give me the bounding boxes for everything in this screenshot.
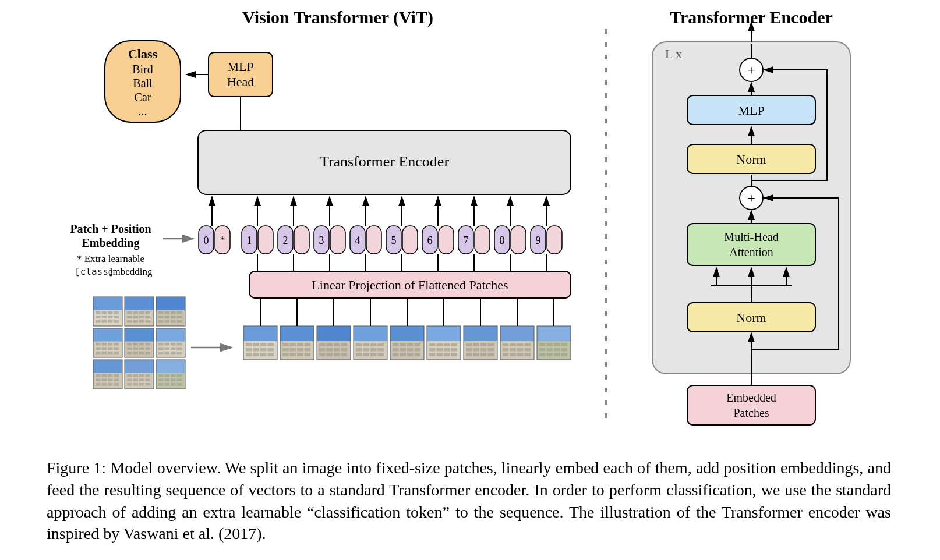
svg-text:MLP: MLP bbox=[738, 103, 764, 118]
svg-rect-75 bbox=[139, 316, 144, 319]
image-patches-row bbox=[243, 298, 571, 360]
svg-rect-130 bbox=[165, 343, 170, 346]
svg-rect-302 bbox=[510, 343, 517, 346]
svg-rect-107 bbox=[96, 352, 101, 355]
svg-rect-191 bbox=[260, 343, 267, 346]
svg-rect-257 bbox=[393, 348, 399, 352]
svg-rect-198 bbox=[253, 353, 260, 356]
svg-rect-243 bbox=[370, 348, 377, 352]
svg-rect-193 bbox=[246, 348, 252, 352]
svg-rect-93 bbox=[165, 320, 170, 323]
svg-rect-241 bbox=[356, 348, 362, 352]
svg-rect-182 bbox=[158, 383, 164, 386]
svg-rect-325 bbox=[539, 353, 546, 356]
svg-rect-215 bbox=[297, 353, 303, 356]
svg-rect-166 bbox=[146, 379, 151, 382]
svg-rect-303 bbox=[517, 343, 524, 346]
svg-text:1: 1 bbox=[247, 235, 252, 246]
embedded-patches-block: Embedded Patches bbox=[687, 385, 815, 425]
svg-text:+: + bbox=[747, 190, 755, 205]
svg-rect-199 bbox=[260, 353, 267, 356]
svg-text:Patch + Position: Patch + Position bbox=[70, 222, 151, 235]
token-pos-8 bbox=[511, 226, 526, 254]
svg-rect-175 bbox=[165, 374, 170, 377]
svg-text:*: * bbox=[220, 235, 225, 246]
class-output-box: Class Bird Ball Car ... bbox=[105, 41, 181, 122]
svg-rect-105 bbox=[108, 348, 113, 350]
svg-rect-174 bbox=[158, 374, 164, 377]
svg-rect-292 bbox=[488, 348, 494, 352]
svg-rect-262 bbox=[400, 353, 407, 356]
svg-rect-117 bbox=[146, 343, 151, 346]
linear-projection-box: Linear Projection of Flattened Patches bbox=[249, 271, 571, 298]
svg-rect-151 bbox=[114, 379, 119, 382]
svg-rect-304 bbox=[525, 343, 531, 346]
svg-rect-269 bbox=[429, 343, 436, 346]
token-8: 8 bbox=[494, 226, 510, 254]
svg-rect-309 bbox=[503, 353, 509, 356]
svg-rect-91 bbox=[177, 316, 182, 319]
svg-rect-305 bbox=[503, 348, 509, 352]
svg-rect-63 bbox=[102, 320, 107, 323]
token-9: 9 bbox=[531, 226, 546, 254]
svg-rect-301 bbox=[503, 343, 509, 346]
svg-rect-114 bbox=[127, 343, 132, 346]
svg-rect-153 bbox=[102, 383, 107, 386]
svg-rect-64 bbox=[108, 320, 113, 323]
svg-rect-270 bbox=[437, 343, 443, 346]
svg-rect-76 bbox=[146, 316, 151, 319]
svg-rect-190 bbox=[253, 343, 260, 346]
svg-rect-321 bbox=[539, 348, 546, 352]
norm-block-bottom: Norm bbox=[687, 303, 815, 332]
svg-rect-90 bbox=[171, 316, 176, 319]
svg-rect-221 bbox=[319, 343, 326, 346]
svg-rect-54 bbox=[96, 311, 101, 314]
patch-3 bbox=[354, 326, 387, 360]
svg-rect-318 bbox=[547, 343, 553, 346]
svg-rect-210 bbox=[290, 348, 296, 352]
grid-patch-5 bbox=[156, 328, 185, 357]
patch-position-label: Patch + Position Embedding * Extra learn… bbox=[70, 222, 153, 277]
mlp-block: MLP bbox=[687, 95, 815, 125]
svg-text:Norm: Norm bbox=[736, 152, 766, 166]
svg-rect-226 bbox=[327, 348, 333, 352]
svg-rect-184 bbox=[171, 383, 176, 386]
svg-rect-296 bbox=[488, 353, 494, 356]
token-4: 4 bbox=[350, 226, 365, 254]
token-pos-2 bbox=[294, 226, 309, 254]
svg-rect-277 bbox=[429, 353, 436, 356]
token-3: 3 bbox=[314, 226, 329, 254]
svg-rect-185 bbox=[177, 383, 182, 386]
svg-rect-242 bbox=[363, 348, 370, 352]
token-2: 2 bbox=[278, 226, 293, 254]
patch-0 bbox=[243, 326, 277, 360]
svg-rect-159 bbox=[127, 374, 132, 377]
svg-rect-62 bbox=[96, 320, 101, 323]
token-pos-6 bbox=[439, 226, 454, 254]
svg-text:Embedding: Embedding bbox=[82, 236, 140, 250]
svg-rect-101 bbox=[108, 343, 113, 346]
image-grid-3x3 bbox=[93, 297, 185, 389]
figure-caption: Figure 1: Model overview. We split an im… bbox=[47, 457, 891, 545]
svg-rect-237 bbox=[356, 343, 362, 346]
svg-rect-224 bbox=[341, 343, 348, 346]
svg-rect-276 bbox=[451, 348, 458, 352]
svg-rect-290 bbox=[473, 348, 480, 352]
svg-rect-144 bbox=[96, 374, 101, 377]
token-pos-3 bbox=[330, 226, 345, 254]
svg-rect-132 bbox=[177, 343, 182, 346]
token-7: 7 bbox=[458, 226, 473, 254]
svg-rect-95 bbox=[177, 320, 182, 323]
svg-text:Norm: Norm bbox=[736, 310, 766, 325]
svg-rect-207 bbox=[297, 343, 303, 346]
grid-patch-6 bbox=[93, 360, 122, 389]
svg-rect-213 bbox=[282, 353, 289, 356]
svg-rect-147 bbox=[114, 374, 119, 377]
svg-rect-230 bbox=[327, 353, 333, 356]
svg-rect-138 bbox=[165, 352, 170, 355]
svg-rect-109 bbox=[108, 352, 113, 355]
svg-rect-110 bbox=[114, 352, 119, 355]
svg-rect-120 bbox=[139, 348, 144, 350]
svg-rect-103 bbox=[96, 348, 101, 350]
residual-add-top: + bbox=[740, 58, 763, 81]
